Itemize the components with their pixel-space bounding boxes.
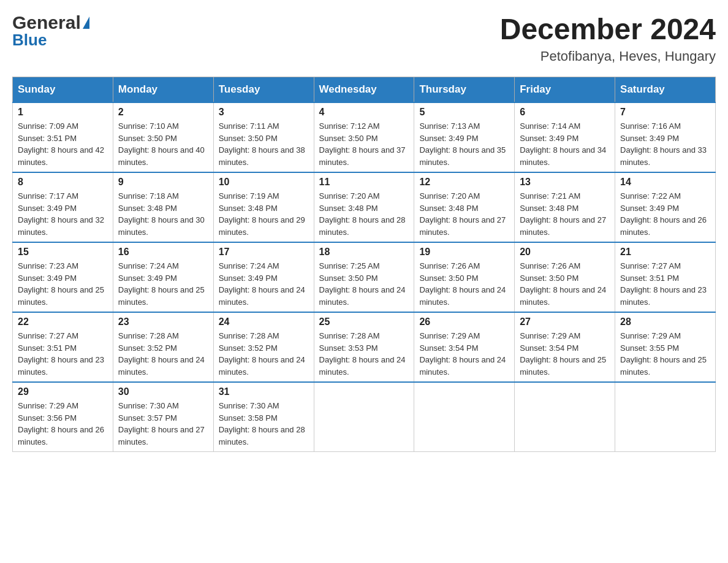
day-number: 1 xyxy=(18,107,108,118)
calendar-cell: 6 Sunrise: 7:14 AMSunset: 3:49 PMDayligh… xyxy=(515,102,615,172)
day-info: Sunrise: 7:24 AMSunset: 3:49 PMDaylight:… xyxy=(118,260,208,308)
calendar-cell: 9 Sunrise: 7:18 AMSunset: 3:48 PMDayligh… xyxy=(113,172,213,242)
day-info: Sunrise: 7:29 AMSunset: 3:54 PMDaylight:… xyxy=(419,330,509,378)
calendar-table: SundayMondayTuesdayWednesdayThursdayFrid… xyxy=(12,77,716,452)
day-info: Sunrise: 7:18 AMSunset: 3:48 PMDaylight:… xyxy=(118,190,208,238)
day-info: Sunrise: 7:27 AMSunset: 3:51 PMDaylight:… xyxy=(18,330,108,378)
week-row-2: 8 Sunrise: 7:17 AMSunset: 3:49 PMDayligh… xyxy=(13,172,716,242)
calendar-cell: 21 Sunrise: 7:27 AMSunset: 3:51 PMDaylig… xyxy=(615,242,716,312)
column-header-saturday: Saturday xyxy=(615,77,716,103)
calendar-cell: 11 Sunrise: 7:20 AMSunset: 3:48 PMDaylig… xyxy=(314,172,414,242)
day-info: Sunrise: 7:24 AMSunset: 3:49 PMDaylight:… xyxy=(219,260,309,308)
main-title: December 2024 xyxy=(500,12,716,46)
calendar-cell xyxy=(414,382,515,452)
day-number: 23 xyxy=(118,316,208,327)
calendar-cell: 20 Sunrise: 7:26 AMSunset: 3:50 PMDaylig… xyxy=(515,242,615,312)
day-info: Sunrise: 7:21 AMSunset: 3:48 PMDaylight:… xyxy=(520,190,610,238)
day-info: Sunrise: 7:27 AMSunset: 3:51 PMDaylight:… xyxy=(620,260,710,308)
day-number: 17 xyxy=(219,247,309,258)
day-number: 19 xyxy=(419,247,509,258)
calendar-cell: 24 Sunrise: 7:28 AMSunset: 3:52 PMDaylig… xyxy=(213,312,314,382)
logo-blue: Blue xyxy=(12,31,47,50)
day-info: Sunrise: 7:09 AMSunset: 3:51 PMDaylight:… xyxy=(18,120,108,168)
day-info: Sunrise: 7:19 AMSunset: 3:48 PMDaylight:… xyxy=(219,190,309,238)
calendar-cell: 4 Sunrise: 7:12 AMSunset: 3:50 PMDayligh… xyxy=(314,102,414,172)
day-number: 11 xyxy=(319,177,409,188)
calendar-cell: 19 Sunrise: 7:26 AMSunset: 3:50 PMDaylig… xyxy=(414,242,515,312)
calendar-cell: 8 Sunrise: 7:17 AMSunset: 3:49 PMDayligh… xyxy=(13,172,113,242)
day-info: Sunrise: 7:30 AMSunset: 3:58 PMDaylight:… xyxy=(219,400,309,448)
day-number: 6 xyxy=(520,107,610,118)
calendar-cell: 2 Sunrise: 7:10 AMSunset: 3:50 PMDayligh… xyxy=(113,102,213,172)
subtitle: Petofibanya, Heves, Hungary xyxy=(500,48,716,64)
day-info: Sunrise: 7:26 AMSunset: 3:50 PMDaylight:… xyxy=(520,260,610,308)
day-number: 10 xyxy=(219,177,309,188)
day-number: 8 xyxy=(18,177,108,188)
column-header-monday: Monday xyxy=(113,77,213,103)
day-info: Sunrise: 7:12 AMSunset: 3:50 PMDaylight:… xyxy=(319,120,409,168)
day-number: 28 xyxy=(620,316,710,327)
calendar-cell: 12 Sunrise: 7:20 AMSunset: 3:48 PMDaylig… xyxy=(414,172,515,242)
day-info: Sunrise: 7:28 AMSunset: 3:52 PMDaylight:… xyxy=(219,330,309,378)
day-number: 2 xyxy=(118,107,208,118)
week-row-3: 15 Sunrise: 7:23 AMSunset: 3:49 PMDaylig… xyxy=(13,242,716,312)
day-info: Sunrise: 7:29 AMSunset: 3:56 PMDaylight:… xyxy=(18,400,108,448)
day-number: 12 xyxy=(419,177,509,188)
calendar-cell: 7 Sunrise: 7:16 AMSunset: 3:49 PMDayligh… xyxy=(615,102,716,172)
column-header-sunday: Sunday xyxy=(13,77,113,103)
logo-triangle-icon xyxy=(83,17,89,29)
calendar-cell: 5 Sunrise: 7:13 AMSunset: 3:49 PMDayligh… xyxy=(414,102,515,172)
day-number: 20 xyxy=(520,247,610,258)
day-info: Sunrise: 7:22 AMSunset: 3:49 PMDaylight:… xyxy=(620,190,710,238)
calendar-cell: 15 Sunrise: 7:23 AMSunset: 3:49 PMDaylig… xyxy=(13,242,113,312)
day-info: Sunrise: 7:28 AMSunset: 3:53 PMDaylight:… xyxy=(319,330,409,378)
column-header-tuesday: Tuesday xyxy=(213,77,314,103)
day-info: Sunrise: 7:11 AMSunset: 3:50 PMDaylight:… xyxy=(219,120,309,168)
calendar-cell: 3 Sunrise: 7:11 AMSunset: 3:50 PMDayligh… xyxy=(213,102,314,172)
day-info: Sunrise: 7:29 AMSunset: 3:54 PMDaylight:… xyxy=(520,330,610,378)
calendar-cell: 16 Sunrise: 7:24 AMSunset: 3:49 PMDaylig… xyxy=(113,242,213,312)
week-row-1: 1 Sunrise: 7:09 AMSunset: 3:51 PMDayligh… xyxy=(13,102,716,172)
calendar-cell: 10 Sunrise: 7:19 AMSunset: 3:48 PMDaylig… xyxy=(213,172,314,242)
day-info: Sunrise: 7:16 AMSunset: 3:49 PMDaylight:… xyxy=(620,120,710,168)
day-info: Sunrise: 7:14 AMSunset: 3:49 PMDaylight:… xyxy=(520,120,610,168)
page-header: General Blue December 2024 Petofibanya, … xyxy=(12,12,716,64)
calendar-cell xyxy=(615,382,716,452)
calendar-cell xyxy=(314,382,414,452)
day-number: 14 xyxy=(620,177,710,188)
day-info: Sunrise: 7:28 AMSunset: 3:52 PMDaylight:… xyxy=(118,330,208,378)
day-number: 26 xyxy=(419,316,509,327)
calendar-cell: 30 Sunrise: 7:30 AMSunset: 3:57 PMDaylig… xyxy=(113,382,213,452)
day-number: 15 xyxy=(18,247,108,258)
day-info: Sunrise: 7:13 AMSunset: 3:49 PMDaylight:… xyxy=(419,120,509,168)
column-header-wednesday: Wednesday xyxy=(314,77,414,103)
day-number: 3 xyxy=(219,107,309,118)
day-number: 22 xyxy=(18,316,108,327)
calendar-cell: 22 Sunrise: 7:27 AMSunset: 3:51 PMDaylig… xyxy=(13,312,113,382)
day-number: 7 xyxy=(620,107,710,118)
day-number: 29 xyxy=(18,386,108,397)
week-row-4: 22 Sunrise: 7:27 AMSunset: 3:51 PMDaylig… xyxy=(13,312,716,382)
day-number: 25 xyxy=(319,316,409,327)
day-number: 4 xyxy=(319,107,409,118)
day-info: Sunrise: 7:20 AMSunset: 3:48 PMDaylight:… xyxy=(319,190,409,238)
column-header-thursday: Thursday xyxy=(414,77,515,103)
day-info: Sunrise: 7:30 AMSunset: 3:57 PMDaylight:… xyxy=(118,400,208,448)
week-row-5: 29 Sunrise: 7:29 AMSunset: 3:56 PMDaylig… xyxy=(13,382,716,452)
calendar-cell: 17 Sunrise: 7:24 AMSunset: 3:49 PMDaylig… xyxy=(213,242,314,312)
logo: General Blue xyxy=(12,12,89,50)
day-number: 30 xyxy=(118,386,208,397)
day-info: Sunrise: 7:25 AMSunset: 3:50 PMDaylight:… xyxy=(319,260,409,308)
title-block: December 2024 Petofibanya, Heves, Hungar… xyxy=(500,12,716,64)
calendar-cell: 23 Sunrise: 7:28 AMSunset: 3:52 PMDaylig… xyxy=(113,312,213,382)
calendar-cell: 25 Sunrise: 7:28 AMSunset: 3:53 PMDaylig… xyxy=(314,312,414,382)
day-info: Sunrise: 7:26 AMSunset: 3:50 PMDaylight:… xyxy=(419,260,509,308)
day-number: 16 xyxy=(118,247,208,258)
calendar-cell xyxy=(515,382,615,452)
day-number: 5 xyxy=(419,107,509,118)
day-number: 27 xyxy=(520,316,610,327)
day-number: 9 xyxy=(118,177,208,188)
calendar-header-row: SundayMondayTuesdayWednesdayThursdayFrid… xyxy=(13,77,716,103)
day-number: 31 xyxy=(219,386,309,397)
day-number: 13 xyxy=(520,177,610,188)
